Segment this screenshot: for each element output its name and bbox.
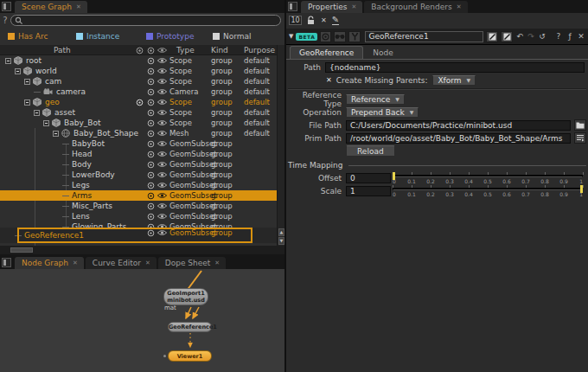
- proxy-state-icon[interactable]: [145, 201, 156, 211]
- chevron-down-icon[interactable]: ▼: [289, 33, 293, 40]
- help-icon[interactable]: ?: [0, 16, 10, 25]
- proxy-state-icon[interactable]: [145, 190, 156, 201]
- visibility-eye-icon[interactable]: [157, 170, 168, 180]
- scroll-down-button[interactable]: ▼: [278, 237, 284, 245]
- tab-curve-editor[interactable]: Curve Editor ✕: [86, 257, 157, 269]
- scroll-up-button[interactable]: ▲: [278, 228, 284, 236]
- node-georeference1[interactable]: GeoReference1: [168, 322, 212, 332]
- offset-field[interactable]: 0: [346, 173, 391, 183]
- proxy-state-icon[interactable]: [145, 228, 156, 238]
- slider-handle[interactable]: [393, 172, 395, 180]
- table-row-root[interactable]: rootScopegroupdefault: [0, 55, 277, 66]
- tab-georeference[interactable]: GeoReference: [290, 46, 363, 59]
- proxy-state-icon[interactable]: [145, 128, 156, 138]
- scenegraph-picker-icon[interactable]: [574, 132, 586, 144]
- undo-icon[interactable]: ↶: [515, 32, 524, 41]
- horizontal-scrollbar[interactable]: [0, 246, 284, 254]
- visibility-eye-icon[interactable]: [157, 76, 168, 87]
- unlock-icon[interactable]: [307, 16, 316, 25]
- proxy-state-icon[interactable]: [145, 97, 156, 107]
- proxy-state-icon[interactable]: [145, 55, 156, 66]
- proxy-state-icon[interactable]: [145, 211, 156, 221]
- column-purpose[interactable]: Purpose: [244, 45, 275, 55]
- table-row-world[interactable]: worldScopegroupdefault: [0, 66, 277, 76]
- table-row-cam[interactable]: camScopegroupdefault: [0, 76, 277, 87]
- visibility-eye-icon[interactable]: [157, 159, 168, 170]
- proxy-state-icon[interactable]: [145, 87, 156, 97]
- table-row-geo[interactable]: geoScopegroupdefault: [0, 97, 277, 107]
- node-viewer1[interactable]: Viewer1: [168, 350, 212, 362]
- tab-node[interactable]: Node: [363, 46, 403, 59]
- glasses-icon[interactable]: [334, 31, 346, 42]
- scale-field[interactable]: 1: [346, 186, 391, 196]
- visibility-eye-icon[interactable]: [157, 55, 168, 66]
- visibility-eye-icon[interactable]: [157, 87, 168, 97]
- scale-slider[interactable]: 00.10.20.30.40.50.60.70.80.91: [393, 185, 583, 197]
- expand-toggle[interactable]: [24, 79, 30, 85]
- expand-toggle[interactable]: [15, 68, 21, 74]
- file-path-field[interactable]: C:/Users/Documents/Practice/minibot.usd: [346, 120, 571, 131]
- visibility-eye-icon[interactable]: [157, 201, 168, 211]
- proxy-state-icon[interactable]: [145, 159, 156, 170]
- slider-track[interactable]: [393, 188, 583, 190]
- table-row-asset[interactable]: assetScopegroupdefault: [0, 107, 277, 118]
- create-missing-parents-checkbox[interactable]: ✕: [326, 76, 332, 84]
- column-proxy-icon[interactable]: [145, 45, 156, 55]
- visibility-eye-icon[interactable]: [157, 107, 168, 118]
- table-row-babybot[interactable]: BabyBotGeomSubsetgroup: [0, 138, 277, 149]
- tab-scene-graph[interactable]: Scene Graph ✕: [15, 1, 87, 13]
- visibility-eye-icon[interactable]: [157, 190, 168, 201]
- clear-properties-icon[interactable]: ✕: [321, 16, 327, 24]
- fork-icon[interactable]: [348, 31, 360, 42]
- proxy-state-icon[interactable]: [145, 107, 156, 118]
- tab-dope-sheet[interactable]: Dope Sheet ✕: [158, 257, 226, 269]
- pencil-icon[interactable]: ✎: [332, 16, 339, 25]
- expand-toggle[interactable]: [5, 58, 11, 64]
- pane-menu-icon[interactable]: [288, 2, 297, 11]
- pane-menu-icon[interactable]: [2, 258, 11, 267]
- tab-background-renders[interactable]: Background Renders ✕: [364, 1, 467, 13]
- visibility-eye-icon[interactable]: [157, 118, 168, 128]
- table-row-arms[interactable]: ArmsGeomSubsetgroup: [0, 190, 277, 201]
- reload-button[interactable]: Reload: [346, 145, 395, 157]
- node-count-field[interactable]: 10: [289, 16, 302, 25]
- proxy-state-icon[interactable]: [145, 138, 156, 149]
- prim-path-field[interactable]: /root/world/geo/asset/Baby_Bot/Baby_Bot_…: [346, 133, 571, 144]
- reference-type-dropdown[interactable]: Reference ▼: [346, 94, 405, 105]
- table-row-legs[interactable]: LegsGeomSubsetgroup: [0, 180, 277, 190]
- table-row-baby_bot_shape[interactable]: Baby_Bot_ShapeMeshgroupdefault: [0, 128, 277, 138]
- proxy-state-icon[interactable]: [145, 118, 156, 128]
- file-browser-icon[interactable]: [574, 119, 586, 131]
- table-row-georeference1[interactable]: GeoReference1GeomSubsetgroup: [0, 228, 277, 243]
- visibility-eye-icon[interactable]: [157, 128, 168, 138]
- expand-toggle[interactable]: [53, 131, 59, 137]
- node-geoimport1[interactable]: GeoImport1 minibot.usd: [163, 288, 208, 305]
- tab-properties[interactable]: Properties ✕: [301, 1, 362, 13]
- tab-node-graph[interactable]: Node Graph ✕: [15, 257, 84, 269]
- create-missing-parents-dropdown[interactable]: Xform ▼: [432, 75, 476, 86]
- expand-toggle[interactable]: [43, 120, 49, 126]
- vertical-scrollbar[interactable]: ▲ ▼: [277, 45, 284, 246]
- close-icon[interactable]: ✕: [457, 3, 462, 10]
- close-icon[interactable]: ✕: [214, 260, 220, 266]
- expand-toggle[interactable]: [24, 99, 30, 106]
- close-icon[interactable]: ✕: [351, 3, 356, 10]
- column-path[interactable]: Path: [54, 45, 71, 55]
- visibility-eye-icon[interactable]: [157, 228, 168, 238]
- pane-menu-icon[interactable]: [2, 2, 11, 11]
- table-row-misc_parts[interactable]: Misc_PartsGeomSubsetgroup: [0, 201, 277, 211]
- revert-icon[interactable]: ↺: [538, 32, 546, 41]
- proxy-state-icon[interactable]: [145, 76, 156, 87]
- expand-toggle[interactable]: [34, 110, 40, 116]
- scrollbar-thumb[interactable]: [10, 247, 33, 253]
- table-row-head[interactable]: HeadGeomSubsetgroup: [0, 149, 277, 159]
- render-state-icon[interactable]: [134, 97, 144, 107]
- path-field[interactable]: {nodename}: [325, 62, 585, 73]
- target-icon[interactable]: [320, 31, 331, 42]
- close-icon[interactable]: ✕: [145, 260, 150, 266]
- slider-track[interactable]: [393, 175, 583, 177]
- visibility-eye-icon[interactable]: [157, 97, 168, 107]
- column-visibility-icon[interactable]: [157, 45, 168, 55]
- table-row-body[interactable]: BodyGeomSubsetgroup: [0, 159, 277, 170]
- edit-scope-icon[interactable]: [486, 31, 498, 42]
